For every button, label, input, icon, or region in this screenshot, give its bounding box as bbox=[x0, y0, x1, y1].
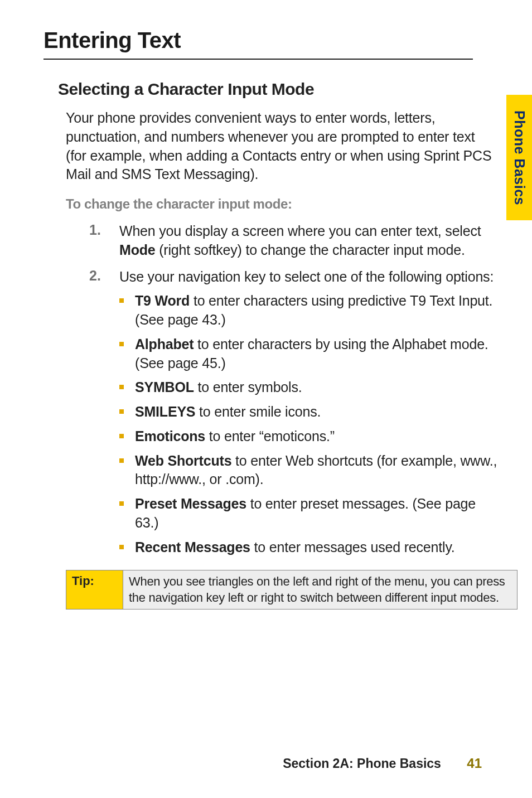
list-item: Preset Messages to enter preset messages… bbox=[119, 495, 499, 533]
list-item: Emoticons to enter “emoticons.” bbox=[119, 427, 499, 446]
bullet-icon bbox=[119, 495, 135, 533]
procedure-heading: To change the character input mode: bbox=[66, 196, 482, 212]
list-item: T9 Word to enter characters using predic… bbox=[119, 292, 499, 330]
bullet-icon bbox=[119, 335, 135, 373]
option-bold: Preset Messages bbox=[135, 496, 246, 511]
page-title: Entering Text bbox=[43, 28, 482, 53]
page-content: Entering Text Selecting a Character Inpu… bbox=[0, 0, 532, 610]
footer-section: Section 2A: Phone Basics bbox=[283, 756, 441, 771]
option-list: T9 Word to enter characters using predic… bbox=[119, 292, 499, 557]
bullet-icon bbox=[119, 378, 135, 397]
option-rest: to enter symbols. bbox=[194, 379, 302, 395]
tip-label: Tip: bbox=[66, 570, 123, 610]
section-heading: Selecting a Character Input Mode bbox=[58, 80, 482, 99]
bullet-icon bbox=[119, 538, 135, 557]
tip-box: Tip: When you see triangles on the left … bbox=[66, 570, 518, 610]
step-text: When you display a screen where you can … bbox=[119, 222, 499, 260]
bullet-icon bbox=[119, 292, 135, 330]
intro-paragraph: Your phone provides convenient ways to e… bbox=[66, 109, 495, 184]
list-item: SYMBOL to enter symbols. bbox=[119, 378, 499, 397]
list-item: Web Shortcuts to enter Web shortcuts (fo… bbox=[119, 452, 499, 490]
option-text: SYMBOL to enter symbols. bbox=[135, 378, 302, 397]
step-bold: Mode bbox=[119, 242, 155, 258]
option-rest: to enter “emoticons.” bbox=[205, 428, 335, 444]
step-list: 1. When you display a screen where you c… bbox=[89, 222, 499, 562]
title-rule bbox=[43, 59, 473, 60]
option-bold: Alphabet bbox=[135, 336, 194, 352]
option-rest: to enter smile icons. bbox=[195, 404, 321, 419]
page-footer: Section 2A: Phone Basics 41 bbox=[283, 756, 482, 771]
step-item: 2. Use your navigation key to select one… bbox=[89, 268, 499, 563]
bullet-icon bbox=[119, 452, 135, 490]
option-text: T9 Word to enter characters using predic… bbox=[135, 292, 499, 330]
option-rest: to enter messages used recently. bbox=[250, 539, 455, 555]
list-item: SMILEYS to enter smile icons. bbox=[119, 403, 499, 422]
option-bold: Web Shortcuts bbox=[135, 453, 231, 468]
option-text: Emoticons to enter “emoticons.” bbox=[135, 427, 335, 446]
option-text: Recent Messages to enter messages used r… bbox=[135, 538, 455, 557]
bullet-icon bbox=[119, 403, 135, 422]
option-bold: SYMBOL bbox=[135, 379, 194, 395]
tip-text: When you see triangles on the left and r… bbox=[123, 570, 518, 610]
footer-page-number: 41 bbox=[467, 756, 482, 771]
list-item: Alphabet to enter characters by using th… bbox=[119, 335, 499, 373]
step-pre: When you display a screen where you can … bbox=[119, 223, 481, 239]
option-bold: SMILEYS bbox=[135, 404, 195, 419]
option-bold: Recent Messages bbox=[135, 539, 250, 555]
option-text: SMILEYS to enter smile icons. bbox=[135, 403, 321, 422]
step-number: 1. bbox=[89, 222, 119, 260]
step-item: 1. When you display a screen where you c… bbox=[89, 222, 499, 260]
step-pre: Use your navigation key to select one of… bbox=[119, 269, 494, 284]
option-bold: Emoticons bbox=[135, 428, 205, 444]
option-text: Web Shortcuts to enter Web shortcuts (fo… bbox=[135, 452, 499, 490]
option-bold: T9 Word bbox=[135, 293, 190, 308]
step-post: (right softkey) to change the character … bbox=[155, 242, 465, 258]
bullet-icon bbox=[119, 427, 135, 446]
step-number: 2. bbox=[89, 268, 119, 563]
step-text: Use your navigation key to select one of… bbox=[119, 268, 499, 563]
list-item: Recent Messages to enter messages used r… bbox=[119, 538, 499, 557]
option-text: Alphabet to enter characters by using th… bbox=[135, 335, 499, 373]
option-text: Preset Messages to enter preset messages… bbox=[135, 495, 499, 533]
